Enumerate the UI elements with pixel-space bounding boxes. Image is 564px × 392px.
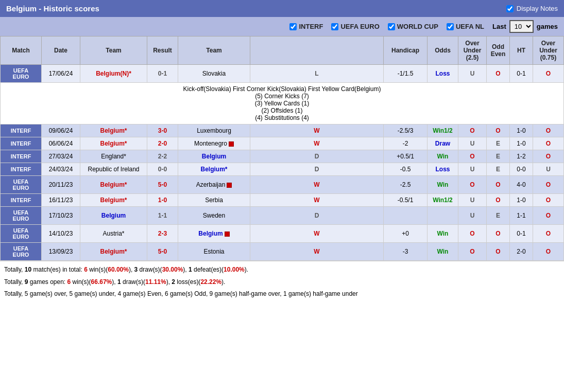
team1-cell: Belgium(N)* xyxy=(80,65,147,83)
handicap-cell: -1/1.5 xyxy=(384,65,428,83)
filter-world-cup-checkbox[interactable] xyxy=(388,23,395,30)
team2-cell: Serbia xyxy=(178,194,250,207)
competition-cell: UEFAEURO xyxy=(1,207,42,225)
odds-cell: Draw xyxy=(428,137,458,150)
red-card-icon xyxy=(229,141,234,147)
table-header-row: Match Date Team Result Team Handicap Odd… xyxy=(1,37,564,65)
filter-interf-label: INTERF xyxy=(299,23,323,30)
odds-cell: Win xyxy=(428,150,458,163)
filter-uefa-euro: UEFA EURO xyxy=(331,23,379,30)
ou25-cell: O xyxy=(458,225,487,243)
ou25-cell: O xyxy=(458,243,487,261)
odd-even-cell: O xyxy=(487,176,510,194)
odds-cell: Loss xyxy=(428,163,458,176)
team1-cell: Belgium xyxy=(80,207,147,225)
filter-uefa-nl-label: UEFA NL xyxy=(456,23,484,30)
col-header-outcome xyxy=(250,37,384,65)
outcome-cell: W xyxy=(250,137,384,150)
competition-cell: UEFAEURO xyxy=(1,65,42,83)
handicap-cell xyxy=(384,207,428,225)
col-header-odds: Odds xyxy=(428,37,458,65)
filter-interf-checkbox[interactable] xyxy=(289,23,297,30)
last-games-select[interactable]: 5 10 15 20 All xyxy=(509,20,534,33)
result-cell: 3-0 xyxy=(147,124,178,137)
result-cell: 2-0 xyxy=(147,137,178,150)
filter-uefa-euro-checkbox[interactable] xyxy=(331,23,338,30)
odds-cell: Loss xyxy=(428,65,458,83)
summary-line1: Totally, 10 match(es) in total: 6 win(s)… xyxy=(4,264,560,276)
outcome-cell: W xyxy=(250,124,384,137)
odd-even-cell: O xyxy=(487,124,510,137)
ou25-cell: U xyxy=(458,137,487,150)
odds-cell: Win xyxy=(428,225,458,243)
outcome-cell: D xyxy=(250,163,384,176)
red-card-icon xyxy=(227,183,232,188)
table-row: INTERF16/11/23Belgium*1-0SerbiaW-0.5/1Wi… xyxy=(1,194,564,207)
odd-even-cell: O xyxy=(487,225,510,243)
notes-row: Kick-off(Slovakia) First Corner Kick(Slo… xyxy=(1,83,564,124)
team2-cell: Azerbaijan xyxy=(178,176,250,194)
date-cell: 27/03/24 xyxy=(42,150,80,163)
odds-cell: Win xyxy=(428,176,458,194)
ou25-cell: U xyxy=(458,207,487,225)
ou25-cell: U xyxy=(458,65,487,83)
ou075-cell: O xyxy=(533,225,564,243)
table-row: INTERF24/03/24Republic of Ireland0-0Belg… xyxy=(1,163,564,176)
ht-cell: 1-0 xyxy=(510,194,533,207)
header-bar: Belgium - Historic scores Display Notes xyxy=(0,0,564,17)
col-header-odd-even: Odd Even xyxy=(487,37,510,65)
table-row: INTERF09/06/24Belgium*3-0LuxembourgW-2.5… xyxy=(1,124,564,137)
competition-cell: UEFAEURO xyxy=(1,243,42,261)
ht-cell: 0-1 xyxy=(510,225,533,243)
table-row: UEFAEURO17/10/23Belgium1-1SwedenDUE1-1O xyxy=(1,207,564,225)
ou25-cell: U xyxy=(458,163,487,176)
ht-cell: 1-1 xyxy=(510,207,533,225)
team2-cell: Sweden xyxy=(178,207,250,225)
handicap-cell: -3 xyxy=(384,243,428,261)
outcome-cell: W xyxy=(250,194,384,207)
page-title: Belgium - Historic scores xyxy=(6,4,99,13)
odds-cell: Win1/2 xyxy=(428,194,458,207)
table-row: UEFAEURO17/06/24Belgium(N)*0-1SlovakiaL-… xyxy=(1,65,564,83)
team2-cell: Belgium xyxy=(178,225,250,243)
ou075-cell: O xyxy=(533,194,564,207)
col-header-ou075: Over Under(0.75) xyxy=(533,37,564,65)
filter-interf: INTERF xyxy=(289,23,323,30)
result-cell: 0-0 xyxy=(147,163,178,176)
filter-uefa-nl: UEFA NL xyxy=(447,23,484,30)
col-header-match: Match xyxy=(1,37,42,65)
table-row: UEFAEURO13/09/23Belgium*5-0EstoniaW-3Win… xyxy=(1,243,564,261)
notes-cell: Kick-off(Slovakia) First Corner Kick(Slo… xyxy=(1,83,564,124)
odd-even-cell: O xyxy=(487,65,510,83)
display-notes-container: Display Notes xyxy=(506,5,558,12)
col-header-team1: Team xyxy=(80,37,147,65)
col-header-result: Result xyxy=(147,37,178,65)
ou075-cell: O xyxy=(533,176,564,194)
ou075-cell: O xyxy=(533,65,564,83)
table-row: UEFAEURO20/11/23Belgium*5-0AzerbaijanW-2… xyxy=(1,176,564,194)
team2-cell: Belgium xyxy=(178,150,250,163)
outcome-cell: W xyxy=(250,243,384,261)
filter-uefa-nl-checkbox[interactable] xyxy=(447,23,454,30)
competition-cell: INTERF xyxy=(1,194,42,207)
display-notes-checkbox[interactable] xyxy=(506,5,514,12)
ou25-cell: O xyxy=(458,176,487,194)
ou25-cell: O xyxy=(458,124,487,137)
team1-cell: Republic of Ireland xyxy=(80,163,147,176)
summary-line2: Totally, 9 games open: 6 win(s)(66.67%),… xyxy=(4,277,560,288)
odds-cell xyxy=(428,207,458,225)
ou25-cell: O xyxy=(458,150,487,163)
table-row: INTERF06/06/24Belgium*2-0MontenegroW-2Dr… xyxy=(1,137,564,150)
ht-cell: 2-0 xyxy=(510,243,533,261)
ht-cell: 1-0 xyxy=(510,137,533,150)
odds-cell: Win xyxy=(428,243,458,261)
ou075-cell: O xyxy=(533,137,564,150)
result-cell: 1-0 xyxy=(147,194,178,207)
outcome-cell: L xyxy=(250,65,384,83)
last-games-filter: Last 5 10 15 20 All games xyxy=(492,20,558,33)
odds-cell: Win1/2 xyxy=(428,124,458,137)
ou075-cell: O xyxy=(533,124,564,137)
result-cell: 0-1 xyxy=(147,65,178,83)
handicap-cell: -2.5/3 xyxy=(384,124,428,137)
competition-cell: INTERF xyxy=(1,150,42,163)
